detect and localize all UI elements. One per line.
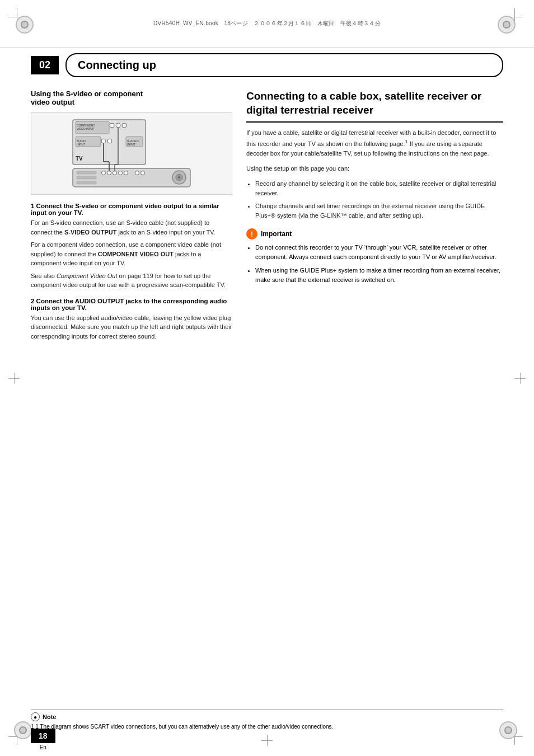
svg-rect-17 (77, 171, 96, 174)
device-diagram: COMPONENT VIDEO INPUT AUDIO INPUT S-VIDE… (31, 112, 232, 195)
left-mid-crosshair (8, 373, 20, 384)
right-column: Connecting to a cable box, satellite rec… (246, 90, 503, 706)
note-icon: ● (31, 712, 40, 721)
step1-para1: For an S-video connection, use an S-vide… (31, 218, 232, 237)
svg-point-5 (116, 123, 120, 128)
page-number: 18 (31, 729, 55, 743)
svg-point-23 (119, 171, 123, 175)
main-content: Using the S-video or componentvideo outp… (31, 90, 503, 706)
note-heading: ● Note (31, 712, 503, 721)
chapter-number: 02 (31, 56, 59, 74)
right-intro-para1: If you have a cable, satellite or digita… (246, 128, 503, 158)
svg-rect-19 (77, 181, 96, 184)
svg-point-22 (113, 171, 117, 175)
important-item-2: When using the GUIDE Plus+ system to mak… (255, 266, 503, 285)
page-lang: En (31, 744, 55, 750)
svg-text:VIDEO INPUT: VIDEO INPUT (77, 127, 95, 130)
step1-para2: For a component video connection, use a … (31, 240, 232, 268)
chapter-title: Connecting up (65, 53, 503, 77)
svg-point-25 (135, 171, 139, 175)
important-icon: ! (246, 228, 257, 240)
svg-point-4 (110, 123, 114, 128)
important-list: Do not connect this recorder to your TV … (255, 243, 503, 284)
right-intro-para2: Using the setup on this page you can: (246, 164, 503, 173)
svg-point-6 (122, 123, 127, 128)
important-heading: ! Important (246, 228, 503, 240)
svg-text:INPUT: INPUT (127, 143, 135, 146)
svg-point-21 (107, 171, 111, 175)
step2-para: You can use the supplied audio/video cab… (31, 313, 232, 341)
note-title: Note (43, 713, 56, 720)
svg-point-29 (178, 176, 180, 179)
step1-para3: See also Component Video Out on page 119… (31, 271, 232, 290)
important-box: ! Important Do not connect this recorder… (246, 228, 503, 284)
top-strip: DVR540H_WV_EN.book 18ページ ２００６年２月１６日 木曜日 … (0, 0, 534, 48)
left-section-title: Using the S-video or componentvideo outp… (31, 90, 232, 106)
svg-point-10 (101, 139, 106, 143)
important-item-1: Do not connect this recorder to your TV … (255, 243, 503, 262)
note-text: 1 1 The diagram shows SCART video connec… (31, 723, 503, 731)
svg-point-24 (124, 171, 128, 175)
important-title: Important (261, 230, 292, 238)
svg-point-20 (102, 171, 106, 175)
step1-heading: 1 Connect the S-video or component video… (31, 203, 232, 216)
left-column: Using the S-video or componentvideo outp… (31, 90, 232, 706)
right-section-big-title: Connecting to a cable box, satellite rec… (246, 90, 503, 123)
feature-list: Record any channel by selecting it on th… (255, 179, 503, 220)
svg-point-11 (107, 139, 112, 143)
svg-rect-18 (77, 176, 96, 179)
bottom-center-crosshair (261, 735, 273, 746)
page-number-box: 18 En (31, 729, 55, 750)
chapter-header: 02 Connecting up (31, 53, 503, 77)
note-section: ● Note 1 1 The diagram shows SCART video… (31, 709, 503, 731)
step2-heading: 2 Connect the AUDIO OUTPUT jacks to the … (31, 298, 232, 311)
top-strip-text: DVR540H_WV_EN.book 18ページ ２００６年２月１６日 木曜日 … (153, 20, 381, 27)
feature-item-2: Change channels and set timer recordings… (255, 201, 503, 220)
svg-text:INPUT: INPUT (77, 143, 85, 146)
svg-point-26 (141, 171, 145, 175)
svg-text:TV: TV (76, 156, 83, 162)
right-mid-crosshair (514, 373, 526, 384)
feature-item-1: Record any channel by selecting it on th… (255, 179, 503, 198)
